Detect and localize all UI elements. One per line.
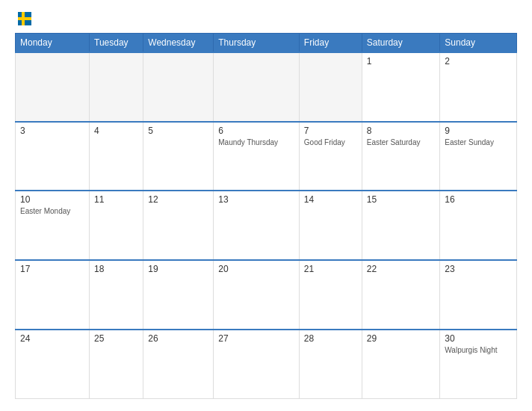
day-number: 25 [94,333,138,344]
day-number: 17 [20,264,84,274]
day-number: 20 [218,264,294,274]
calendar-cell: 10Easter Monday [16,191,90,260]
calendar-cell: 28 [299,330,362,399]
weekday-header-monday: Monday [16,34,90,53]
calendar-cell: 24 [16,330,90,399]
calendar-cell: 20 [214,260,300,330]
calendar-cell: 25 [90,330,143,399]
svg-rect-2 [22,12,25,25]
calendar-cell: 5 [143,122,214,191]
day-number: 22 [367,264,436,274]
day-number: 8 [367,126,436,136]
calendar-cell [90,52,143,122]
calendar-cell [16,52,90,122]
day-number: 4 [94,126,138,136]
day-event: Easter Saturday [367,137,436,147]
weekday-header-friday: Friday [299,34,362,53]
calendar-cell: 17 [16,260,90,330]
day-event: Maundy Thursday [218,137,294,147]
calendar-week-row: 24252627282930Walpurgis Night [16,330,517,399]
logo [15,12,34,25]
day-number: 29 [367,333,436,344]
day-event: Easter Sunday [445,137,512,147]
calendar-cell: 27 [214,330,300,399]
day-number: 12 [148,194,208,205]
calendar-cell [299,52,362,122]
calendar-cell [143,52,214,122]
calendar-cell: 23 [440,260,517,330]
calendar-cell: 30Walpurgis Night [440,330,517,399]
weekday-header-row: MondayTuesdayWednesdayThursdayFridaySatu… [16,34,517,53]
day-event: Easter Monday [20,206,84,216]
calendar-cell: 26 [143,330,214,399]
day-number: 14 [304,194,357,205]
calendar-cell: 16 [440,191,517,260]
day-number: 26 [148,333,208,344]
calendar-cell: 4 [90,122,143,191]
day-number: 9 [445,126,512,136]
calendar-cell: 12 [143,191,214,260]
day-number: 1 [367,56,436,67]
calendar-cell: 22 [362,260,440,330]
day-number: 28 [304,333,357,344]
weekday-header-thursday: Thursday [214,34,300,53]
calendar-cell: 19 [143,260,214,330]
day-event: Good Friday [304,137,357,147]
day-number: 16 [445,194,512,205]
calendar-cell: 9Easter Sunday [440,122,517,191]
day-number: 23 [445,264,512,274]
calendar-cell: 1 [362,52,440,122]
day-number: 30 [445,333,512,344]
weekday-header-wednesday: Wednesday [143,34,214,53]
day-number: 24 [20,333,84,344]
day-number: 19 [148,264,208,274]
calendar-cell: 8Easter Saturday [362,122,440,191]
weekday-header-tuesday: Tuesday [90,34,143,53]
calendar-cell: 3 [16,122,90,191]
day-number: 11 [94,194,138,205]
calendar-table: MondayTuesdayWednesdayThursdayFridaySatu… [15,33,517,399]
day-number: 3 [20,126,84,136]
day-number: 7 [304,126,357,136]
calendar-week-row: 17181920212223 [16,260,517,330]
day-number: 27 [218,333,294,344]
calendar-cell: 7Good Friday [299,122,362,191]
day-number: 2 [445,56,512,67]
day-number: 21 [304,264,357,274]
day-number: 6 [218,126,294,136]
calendar-page: MondayTuesdayWednesdayThursdayFridaySatu… [0,0,532,411]
calendar-week-row: 12 [16,52,517,122]
calendar-cell: 29 [362,330,440,399]
day-number: 15 [367,194,436,205]
calendar-cell: 18 [90,260,143,330]
calendar-cell: 14 [299,191,362,260]
calendar-cell [214,52,300,122]
calendar-cell: 11 [90,191,143,260]
logo-flag-icon [18,12,31,25]
calendar-header [15,12,517,25]
day-number: 5 [148,126,208,136]
day-event: Walpurgis Night [445,345,512,355]
calendar-cell: 2 [440,52,517,122]
calendar-cell: 13 [214,191,300,260]
calendar-cell: 6Maundy Thursday [214,122,300,191]
calendar-cell: 15 [362,191,440,260]
calendar-cell: 21 [299,260,362,330]
weekday-header-sunday: Sunday [440,34,517,53]
day-number: 18 [94,264,138,274]
weekday-header-saturday: Saturday [362,34,440,53]
day-number: 10 [20,194,84,205]
calendar-week-row: 3456Maundy Thursday7Good Friday8Easter S… [16,122,517,191]
calendar-week-row: 10Easter Monday111213141516 [16,191,517,260]
day-number: 13 [218,194,294,205]
